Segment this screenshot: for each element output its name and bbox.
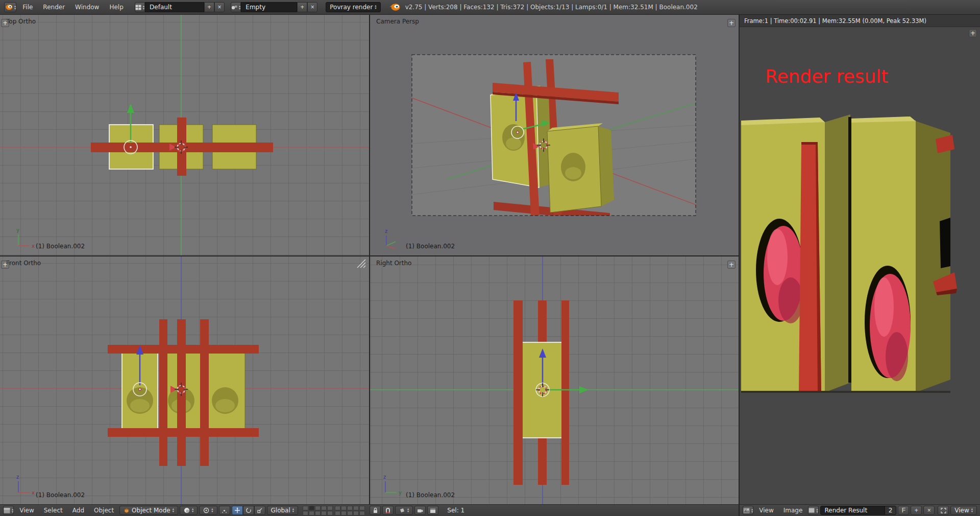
editor-type-button[interactable]: ▴▾: [3, 506, 14, 515]
render-stats-bar: Frame:1 | Time:00:02.91 | Mem:32.55M (0.…: [740, 15, 980, 27]
red-bar-horizontal-1: [108, 345, 259, 354]
render-slot-badge[interactable]: 2: [885, 506, 896, 514]
red-bar-vertical-1: [159, 319, 167, 466]
shading-sphere-icon: [184, 507, 190, 513]
app-menu-button[interactable]: ▴▾: [4, 2, 16, 12]
viewport-name-label: Front Ortho: [6, 260, 41, 267]
menu-image[interactable]: Image: [779, 506, 807, 515]
viewport-camera-persp[interactable]: z Camera Persp (1) Boolean.002 +: [370, 15, 740, 256]
chevron-updown-icon: ▴▾: [12, 508, 13, 513]
scene-objects: [513, 300, 569, 485]
menu-select[interactable]: Select: [40, 506, 67, 515]
pivot-icon: [203, 507, 209, 513]
shading-selector[interactable]: ▴▾: [180, 506, 198, 515]
active-object-label: (1) Boolean.002: [36, 491, 85, 499]
menu-object[interactable]: Object: [90, 506, 118, 515]
render-stats-text: Frame:1 | Time:00:02.91 | Mem:32.55M (0.…: [744, 17, 926, 25]
editor-3dview-icon: [4, 508, 10, 513]
scene-browse-button[interactable]: ▴▾: [231, 2, 241, 12]
pivot-selector[interactable]: ▴▾: [199, 506, 217, 515]
menu-add[interactable]: Add: [68, 506, 88, 515]
region-expand-tab[interactable]: +: [1, 261, 9, 269]
unlink-image-button[interactable]: ×: [923, 506, 935, 515]
image-browse-button[interactable]: ▴▾: [808, 506, 818, 515]
pivot-align-toggle[interactable]: [219, 506, 230, 515]
camera-render-icon: [417, 508, 423, 513]
orientation-value: Global: [271, 507, 290, 514]
svg-text:y: y: [16, 227, 19, 233]
menu-window[interactable]: Window: [70, 2, 104, 12]
layer-group-2[interactable]: [335, 506, 365, 515]
manipulator-translate-button[interactable]: [232, 506, 243, 515]
viewport-front-ortho[interactable]: x z Front Ortho (1) Boolean.002 +: [0, 256, 370, 504]
menu-view[interactable]: View: [755, 506, 777, 515]
viewport-top-ortho[interactable]: x y Top Ortho (1) Boolean.002 +: [0, 15, 370, 256]
active-object-label: (1) Boolean.002: [406, 491, 455, 499]
lock-to-scene-toggle[interactable]: [370, 506, 381, 515]
chevron-updown-icon: ▴▾: [292, 508, 294, 513]
y-arrow-head: [579, 386, 589, 393]
svg-text:x: x: [32, 243, 35, 249]
image-editor-type-button[interactable]: ▴▾: [743, 506, 753, 515]
render-opengl-anim-button[interactable]: [427, 506, 438, 515]
layers-widget[interactable]: [303, 506, 365, 515]
scopes-toggle-button[interactable]: [938, 506, 949, 515]
snap-toggle[interactable]: [382, 506, 394, 515]
region-expand-tab[interactable]: +: [727, 19, 736, 27]
new-image-button[interactable]: +: [911, 506, 922, 515]
render-red-bar: [799, 142, 821, 392]
area-resize-widget[interactable]: [356, 258, 367, 269]
layout-name-field[interactable]: Default: [145, 2, 204, 12]
fake-user-button[interactable]: F: [898, 506, 909, 515]
manipulator-scale-button[interactable]: [254, 506, 265, 515]
red-bar-vertical-3: [200, 319, 209, 466]
menu-help[interactable]: Help: [104, 2, 128, 12]
manipulator-rotate-button[interactable]: [243, 506, 254, 515]
axis-gizmo: z: [385, 228, 396, 249]
menu-file[interactable]: File: [17, 2, 38, 12]
orientation-selector[interactable]: Global ▴▾: [267, 506, 299, 515]
layer-group-1[interactable]: [303, 506, 333, 515]
axis-gizmo: x z: [16, 474, 35, 496]
rendered-image: [740, 27, 980, 504]
layout-close-button[interactable]: ×: [214, 2, 225, 12]
mode-value: Object Mode: [132, 507, 170, 514]
chevron-updown-icon: ▴▾: [407, 508, 409, 513]
chevron-updown-icon: ▴▾: [192, 508, 193, 513]
camera-canvas: z: [370, 15, 739, 255]
cube-left: [491, 86, 552, 187]
rotate-icon: [246, 507, 252, 513]
selection-count: Sel: 1: [447, 507, 464, 514]
region-expand-tab[interactable]: +: [969, 29, 977, 37]
menu-view[interactable]: View: [15, 506, 38, 515]
image-editor-panel[interactable]: Frame:1 | Time:00:02.91 | Mem:32.55M (0.…: [740, 15, 980, 504]
region-expand-tab[interactable]: +: [727, 261, 736, 269]
red-bar-left: [513, 300, 523, 485]
viewport-name-label: Top Ortho: [6, 18, 36, 25]
render-engine-select[interactable]: Povray render ▴▾: [326, 2, 380, 12]
chevron-updown-icon: ▴▾: [239, 5, 240, 10]
scene-name-field[interactable]: Empty: [241, 2, 297, 12]
menu-render[interactable]: Render: [38, 2, 70, 12]
image-name-value: Render Result: [821, 507, 885, 514]
region-expand-tab[interactable]: +: [1, 19, 9, 27]
snap-element-selector[interactable]: ▴▾: [395, 506, 413, 515]
magnet-icon: [385, 507, 391, 513]
render-opengl-button[interactable]: [414, 506, 426, 515]
scene-close-button[interactable]: ×: [307, 2, 317, 12]
scene-objects: [91, 118, 273, 176]
lock-icon: [373, 507, 378, 513]
mode-selector[interactable]: Object Mode ▴▾: [119, 506, 178, 515]
red-bar-horizontal-2: [108, 428, 259, 437]
image-view-dropdown[interactable]: View ▴▾: [950, 506, 977, 515]
viewport-right-ortho[interactable]: y z Right Ortho (1) Boolean.002 +: [370, 256, 740, 504]
chevron-updown-icon: ▴▾: [751, 508, 753, 513]
scene-add-button[interactable]: +: [297, 2, 307, 12]
svg-text:x: x: [32, 490, 35, 496]
active-object-label: (1) Boolean.002: [406, 243, 455, 250]
layout-add-button[interactable]: +: [204, 2, 214, 12]
screen-layout-icon: [135, 5, 141, 10]
layout-browse-button[interactable]: ▴▾: [135, 2, 145, 12]
image-name-field[interactable]: Render Result 2: [820, 506, 897, 515]
chevron-updown-icon: ▴▾: [14, 5, 16, 10]
